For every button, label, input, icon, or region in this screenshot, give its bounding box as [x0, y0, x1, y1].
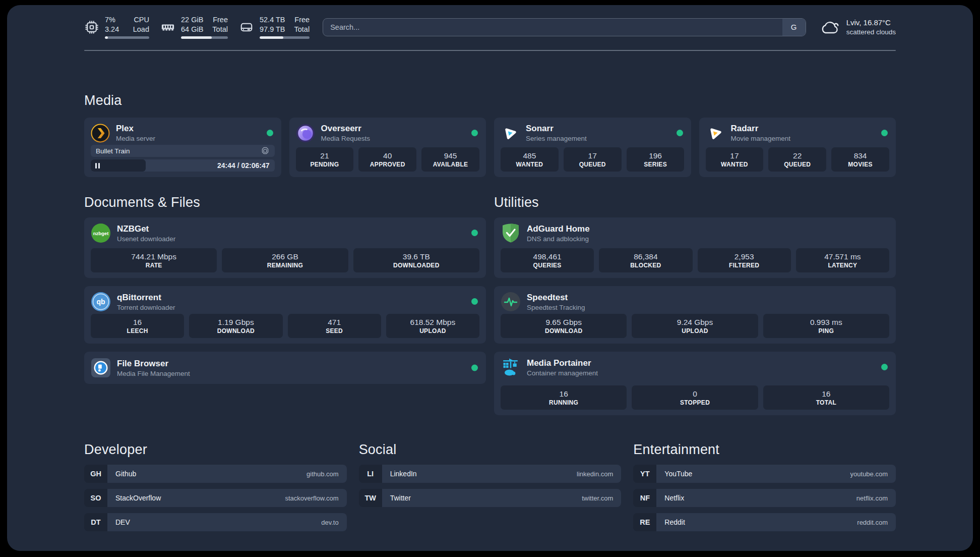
pause-icon[interactable]	[95, 163, 97, 169]
bookmark-netflix[interactable]: NF Netflix netflix.com	[633, 489, 896, 507]
portainer-icon	[501, 357, 521, 377]
pause-icon[interactable]	[98, 163, 100, 169]
cpu-load-label: Load	[133, 25, 149, 34]
stat-value: 40	[383, 151, 392, 160]
service-card-overseerr[interactable]: Overseerr Media Requests 21 PENDING 40 A…	[289, 118, 486, 177]
service-name: AdGuard Home	[527, 224, 590, 235]
service-card-nzbget[interactable]: nzbget NZBGet Usenet downloader 744.21 M…	[84, 217, 486, 278]
status-dot	[471, 298, 478, 305]
bookmark-github[interactable]: GH Github github.com	[84, 465, 347, 483]
cloud-icon	[819, 19, 840, 35]
bookmark-host: twitter.com	[582, 494, 613, 502]
disk-total-value: 97.9 TB	[260, 25, 285, 34]
stat-label: WANTED	[516, 161, 543, 169]
stat-label: UPLOAD	[682, 327, 708, 335]
service-name: qBittorrent	[117, 292, 175, 303]
bookmark-reddit[interactable]: RE Reddit reddit.com	[633, 513, 896, 531]
stat-label: APPROVED	[370, 161, 405, 169]
service-name: Speedtest	[527, 292, 585, 303]
bookmark-dev[interactable]: DT DEV dev.to	[84, 513, 347, 531]
bookmark-name: Reddit	[664, 518, 685, 526]
bookmark-host: linkedin.com	[577, 470, 613, 478]
status-dot	[471, 230, 478, 236]
service-description: DNS and adblocking	[527, 235, 590, 243]
bookmark-abbr: GH	[84, 465, 107, 483]
service-card-portainer[interactable]: Media Portainer Container management 16 …	[494, 352, 896, 415]
bookmark-abbr: TW	[359, 489, 382, 507]
status-dot	[881, 130, 888, 136]
section-title-social: Social	[359, 440, 622, 459]
stat-value: 485	[523, 151, 536, 160]
nzbget-icon: nzbget	[91, 223, 111, 243]
service-card-plex[interactable]: Plex Media server Bullet Train	[84, 118, 281, 177]
memory-widget: 22 GiB 64 GiB Free Total	[160, 15, 228, 39]
gear-icon[interactable]	[261, 146, 270, 155]
stat-value: 1.19 Gbps	[218, 317, 254, 327]
stat-tile: 9.65 Gbps DOWNLOAD	[501, 314, 627, 338]
disk-widget: 52.4 TB 97.9 TB Free Total	[239, 15, 310, 39]
bookmark-abbr: RE	[633, 513, 656, 531]
search-provider-button[interactable]: G	[782, 19, 806, 36]
stat-label: PING	[819, 327, 834, 335]
service-card-speedtest[interactable]: Speedtest Speedtest Tracking 9.65 Gbps D…	[494, 286, 896, 344]
sonarr-icon	[501, 124, 520, 143]
stat-tile: 16 TOTAL	[763, 385, 889, 410]
cpu-icon	[84, 20, 99, 35]
service-card-sonarr[interactable]: Sonarr Series management 485 WANTED 17 Q…	[494, 118, 691, 177]
service-card-adguard[interactable]: AdGuard Home DNS and adblocking 498,461 …	[494, 217, 896, 278]
bookmark-abbr: SO	[84, 489, 107, 507]
stat-label: LEECH	[127, 327, 148, 335]
bookmark-stackoverflow[interactable]: SO StackOverflow stackoverflow.com	[84, 489, 347, 507]
now-playing-title: Bullet Train	[96, 147, 130, 155]
stat-tile: 196 SERIES	[627, 147, 685, 172]
radarr-icon	[706, 124, 725, 143]
service-name: Overseerr	[321, 123, 371, 134]
disk-free-label: Free	[294, 15, 310, 25]
service-card-radarr[interactable]: Radarr Movie management 17 WANTED 22 QUE…	[699, 118, 896, 177]
search-input[interactable]	[323, 19, 782, 36]
bookmark-name: Netflix	[664, 494, 684, 502]
stat-label: RUNNING	[549, 399, 578, 407]
stat-value: 47.571 ms	[824, 252, 861, 261]
stat-value: 2,953	[734, 252, 754, 261]
service-description: Movie management	[731, 134, 791, 143]
bookmark-linkedin[interactable]: LI LinkedIn linkedin.com	[359, 465, 622, 483]
memory-progress-bar	[181, 36, 228, 39]
playback-progress-row: 24:44 / 02:06:47	[91, 159, 275, 172]
dashboard-page: 7% 3.24 CPU Load	[7, 5, 973, 551]
service-card-filebrowser[interactable]: File Browser Media File Management	[84, 352, 486, 384]
stat-label: UPLOAD	[419, 327, 446, 335]
stat-label: WANTED	[721, 161, 748, 169]
stat-label: DOWNLOADED	[393, 262, 440, 269]
resource-widgets: 7% 3.24 CPU Load	[84, 15, 310, 39]
stat-tile: 485 WANTED	[501, 147, 559, 172]
plex-icon	[91, 124, 110, 143]
svg-text:nzbget: nzbget	[93, 231, 109, 236]
bookmark-host: reddit.com	[857, 519, 888, 526]
documents-column: Documents & Files nzbget NZBGet Usenet d…	[84, 193, 486, 384]
bookmark-abbr: YT	[633, 465, 656, 483]
status-dot	[471, 365, 478, 371]
stat-label: AVAILABLE	[433, 161, 468, 169]
service-name: Sonarr	[526, 123, 587, 134]
stat-value: 498,461	[533, 252, 562, 261]
playback-progress-bar[interactable]	[91, 159, 146, 172]
service-description: Media server	[116, 134, 155, 143]
service-description: Speedtest Tracking	[527, 303, 585, 312]
stat-value: 196	[649, 151, 662, 160]
bookmark-youtube[interactable]: YT YouTube youtube.com	[633, 465, 896, 483]
stat-value: 16	[560, 389, 568, 399]
disk-icon	[239, 20, 254, 35]
bookmark-host: youtube.com	[850, 470, 888, 478]
weather-location: Lviv, 16.87°C	[846, 18, 896, 28]
memory-icon	[160, 20, 175, 35]
service-description: Usenet downloader	[117, 235, 175, 243]
bookmark-twitter[interactable]: TW Twitter twitter.com	[359, 489, 622, 507]
section-title-entertainment: Entertainment	[633, 440, 896, 459]
stat-tile: 498,461 QUERIES	[501, 248, 594, 272]
bookmark-host: stackoverflow.com	[285, 494, 338, 502]
stat-tile: 945 AVAILABLE	[421, 147, 479, 172]
service-card-qbittorrent[interactable]: qb qBittorrent Torrent downloader 16	[84, 286, 486, 344]
stat-label: LATENCY	[828, 262, 857, 269]
stat-tile: 834 MOVIES	[831, 147, 889, 172]
